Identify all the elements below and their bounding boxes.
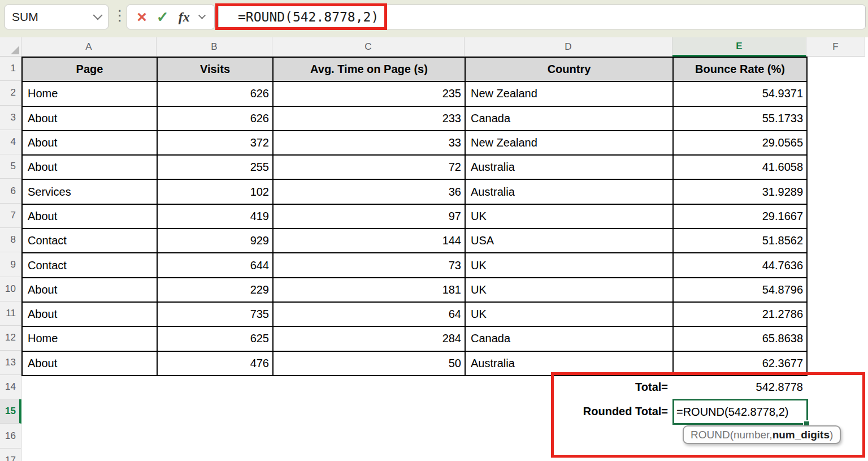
cell[interactable]: About (23, 107, 158, 131)
cell[interactable]: 55.1733 (674, 107, 808, 131)
cell[interactable]: 29.0565 (674, 131, 808, 156)
cancel-icon[interactable]: × (137, 8, 147, 25)
name-box-chevron-down-icon[interactable] (93, 11, 103, 20)
cell[interactable]: About (23, 205, 158, 229)
name-box[interactable]: SUM (5, 5, 108, 29)
cell[interactable]: About (23, 278, 158, 303)
cell[interactable]: 29.1667 (674, 205, 808, 229)
cell[interactable]: 54.8796 (674, 278, 808, 303)
row-header-4[interactable]: 4 (0, 130, 21, 154)
cell[interactable]: About (23, 352, 158, 376)
row-header-11[interactable]: 11 (0, 301, 21, 326)
row-header-8[interactable]: 8 (0, 228, 21, 252)
column-header-e[interactable]: E (672, 37, 806, 57)
cell[interactable]: 41.6058 (674, 156, 808, 180)
cell[interactable]: Contact (23, 253, 158, 278)
cell[interactable]: 102 (158, 180, 274, 204)
cell[interactable]: Canada (466, 107, 674, 131)
header-cell-avgtime[interactable]: Avg. Time on Page (s) (274, 58, 466, 82)
column-header-c[interactable]: C (272, 37, 465, 57)
enter-check-icon[interactable]: ✓ (157, 10, 169, 24)
cell[interactable]: 65.8638 (674, 327, 808, 351)
cell[interactable]: 476 (158, 352, 274, 376)
cell[interactable]: 33 (274, 131, 466, 156)
more-options-icon: ⋮ (112, 7, 127, 24)
formula-button-group: × ✓ fx (127, 5, 215, 29)
cell[interactable]: Home (23, 327, 158, 351)
cell[interactable]: UK (466, 205, 674, 229)
row-header-5[interactable]: 5 (0, 154, 21, 179)
cell[interactable]: Contact (23, 229, 158, 253)
cell[interactable]: UK (466, 303, 674, 327)
cell[interactable]: About (23, 303, 158, 327)
cell[interactable]: USA (466, 229, 674, 253)
cell[interactable]: New Zealand (466, 82, 674, 106)
cell[interactable]: Australia (466, 180, 674, 204)
cell[interactable]: 50 (274, 352, 466, 376)
cell[interactable]: 144 (274, 229, 466, 253)
cell[interactable]: 97 (274, 205, 466, 229)
row-header-9[interactable]: 9 (0, 252, 21, 277)
name-box-value: SUM (12, 10, 38, 24)
cell[interactable]: 235 (274, 82, 466, 106)
cell[interactable]: 255 (158, 156, 274, 180)
cell[interactable]: 31.9289 (674, 180, 808, 204)
cell[interactable]: 73 (274, 253, 466, 278)
spreadsheet-table: Page Visits Avg. Time on Page (s) Countr… (21, 57, 808, 376)
cell[interactable]: About (23, 156, 158, 180)
row-header-14[interactable]: 14 (0, 375, 21, 399)
row-header-15[interactable]: 15 (0, 399, 21, 424)
cell[interactable]: 54.9371 (674, 82, 808, 106)
cell[interactable]: 372 (158, 131, 274, 156)
cell[interactable]: Services (23, 180, 158, 204)
cell[interactable]: 64 (274, 303, 466, 327)
cell[interactable]: 229 (158, 278, 274, 303)
function-chevron-down-icon[interactable] (198, 12, 206, 19)
column-header-strip: A B C D E F (0, 37, 865, 57)
cell[interactable]: 626 (158, 107, 274, 131)
row-header-10[interactable]: 10 (0, 277, 21, 301)
cell[interactable]: UK (466, 278, 674, 303)
row-header-1[interactable]: 1 (0, 57, 21, 81)
cell[interactable]: 625 (158, 327, 274, 351)
row-header-17[interactable]: 17 (0, 449, 21, 461)
cell[interactable]: 929 (158, 229, 274, 253)
cell[interactable]: Australia (466, 156, 674, 180)
cell[interactable]: 735 (158, 303, 274, 327)
cell[interactable]: UK (466, 253, 674, 278)
select-all-corner[interactable] (0, 37, 21, 57)
cell[interactable]: 181 (274, 278, 466, 303)
cell[interactable]: 644 (158, 253, 274, 278)
column-header-f[interactable]: F (806, 37, 865, 57)
row-header-2[interactable]: 2 (0, 81, 21, 105)
column-header-b[interactable]: B (157, 37, 272, 57)
cell[interactable]: 284 (274, 327, 466, 351)
cell[interactable]: 72 (274, 156, 466, 180)
header-cell-visits[interactable]: Visits (158, 58, 274, 82)
annotation-red-box-formula (215, 3, 387, 30)
cell[interactable]: Home (23, 82, 158, 106)
row-header-3[interactable]: 3 (0, 106, 21, 130)
cell[interactable]: 44.7636 (674, 253, 808, 278)
cell[interactable]: 51.8562 (674, 229, 808, 253)
cell[interactable]: 419 (158, 205, 274, 229)
row-header-12[interactable]: 12 (0, 326, 21, 350)
header-cell-page[interactable]: Page (23, 58, 158, 82)
row-header-16[interactable]: 16 (0, 424, 21, 448)
row-header-7[interactable]: 7 (0, 204, 21, 228)
cell[interactable]: About (23, 131, 158, 156)
column-header-a[interactable]: A (21, 37, 157, 57)
cell[interactable]: 36 (274, 180, 466, 204)
cell[interactable]: 626 (158, 82, 274, 106)
row-header-13[interactable]: 13 (0, 351, 21, 375)
cell[interactable]: Canada (466, 327, 674, 351)
header-cell-country[interactable]: Country (466, 58, 674, 82)
row-header-6[interactable]: 6 (0, 179, 21, 203)
formula-toolbar: SUM ⋮ × ✓ fx =ROUND(542.8778,2) (0, 0, 868, 37)
insert-function-fx-icon[interactable]: fx (179, 10, 190, 25)
header-cell-bounce[interactable]: Bounce Rate (%) (674, 58, 808, 82)
column-header-d[interactable]: D (465, 37, 672, 57)
cell[interactable]: 21.2786 (674, 303, 808, 327)
cell[interactable]: 233 (274, 107, 466, 131)
cell[interactable]: New Zealand (466, 131, 674, 156)
